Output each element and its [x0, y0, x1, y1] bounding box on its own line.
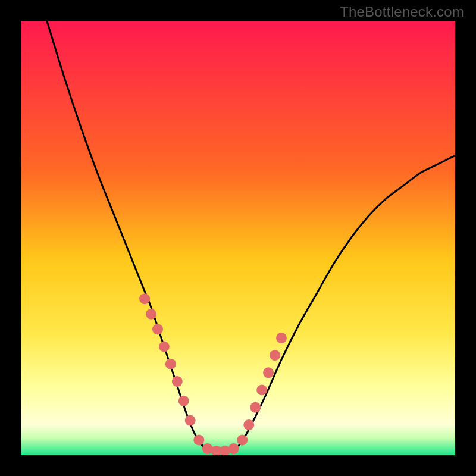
highlight-dot [152, 324, 163, 334]
highlight-dot [172, 376, 183, 387]
highlight-dot [139, 293, 150, 304]
highlight-dot [250, 402, 261, 413]
highlight-dot [237, 434, 248, 445]
highlight-dot [146, 309, 156, 320]
highlight-dot [165, 359, 176, 369]
highlight-dot [185, 415, 196, 426]
highlight-dot [159, 342, 170, 352]
bottleneck-chart [21, 21, 455, 455]
plot-area [21, 21, 455, 455]
highlight-dot [256, 385, 267, 396]
highlight-dot [178, 396, 189, 406]
chart-container: TheBottleneck.com [0, 0, 476, 476]
watermark-text: TheBottleneck.com [340, 4, 464, 20]
gradient-background [21, 21, 455, 455]
highlight-dot [243, 419, 254, 430]
highlight-dot [228, 443, 239, 454]
highlight-dot [270, 350, 280, 361]
highlight-dot [263, 367, 274, 378]
highlight-dot [193, 434, 204, 445]
highlight-dot [276, 333, 287, 343]
